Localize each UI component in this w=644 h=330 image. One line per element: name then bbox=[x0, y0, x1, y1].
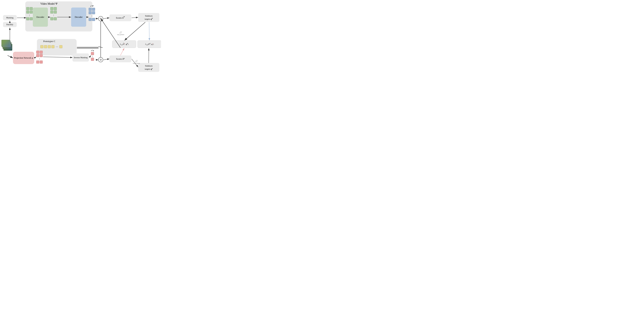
stop-gradient-top: ╱╱ stop gradient bbox=[115, 32, 126, 36]
cube-blue-1 bbox=[89, 8, 92, 11]
svg-line-11 bbox=[104, 18, 110, 19]
cube-green-5 bbox=[26, 17, 29, 20]
mid-cubes-group: ⋮ bbox=[50, 7, 57, 20]
inverse-masking-box: Inverse Masking bbox=[72, 53, 89, 62]
cube-green-3 bbox=[26, 11, 29, 14]
cube-green-6 bbox=[30, 17, 33, 20]
sinkhorn-psi-box: Sinkhorntargets qΨ bbox=[138, 13, 159, 22]
phi-output-cubes: x^φ ⋮ bbox=[91, 49, 94, 61]
prototype-cubes: ⋯ bbox=[40, 45, 62, 48]
cube-blue-2 bbox=[92, 8, 95, 11]
prototypes-label: Prototypes C bbox=[43, 40, 55, 43]
cube-mid-3 bbox=[50, 11, 53, 14]
sinkhorn-phi-box: Sinkhorntargets qφ bbox=[138, 63, 159, 72]
hadamard-top: ⊙ bbox=[98, 16, 103, 21]
cube-blue-3 bbox=[89, 11, 92, 14]
cube-green-2 bbox=[30, 7, 33, 10]
patchify-box: Patchify bbox=[3, 22, 17, 27]
svg-line-25 bbox=[104, 59, 110, 60]
cube-green-1 bbox=[26, 7, 29, 10]
loss-phi-box: ℒCE(x̃φ, qΨ) bbox=[112, 40, 136, 48]
stop-gradient-bottom: ╱╱ stop gradient bbox=[131, 60, 142, 64]
svg-line-13 bbox=[124, 22, 145, 40]
svg-line-14 bbox=[149, 22, 149, 40]
output-psi-cubes-group: x^Ψ ⋮ bbox=[89, 5, 95, 21]
cube-blue-6 bbox=[92, 18, 95, 21]
masking-box: Masking bbox=[3, 15, 17, 20]
diagram: Video Model Ψ Encoder Decoder Masking Pa… bbox=[0, 0, 161, 83]
svg-line-12 bbox=[132, 18, 138, 18]
scores-phi-box: Scores x̃φ bbox=[110, 56, 131, 62]
input-cubes-group: ⋮ bbox=[26, 7, 33, 20]
cube-mid-1 bbox=[50, 7, 53, 10]
video-frames bbox=[1, 40, 12, 55]
cube-mid-2 bbox=[54, 7, 57, 10]
svg-line-21 bbox=[34, 57, 36, 58]
svg-line-17 bbox=[98, 47, 102, 48]
encoder-box: Encoder bbox=[33, 8, 48, 27]
svg-line-22 bbox=[43, 57, 72, 58]
phi-pre-cubes: ⋮ bbox=[36, 51, 43, 64]
cube-blue-4 bbox=[92, 11, 95, 14]
scores-psi-box: Scores x̃Ψ bbox=[110, 14, 131, 21]
cube-mid-5 bbox=[50, 17, 53, 20]
cube-mid-6 bbox=[54, 17, 57, 20]
hadamard-bottom: ⊙ bbox=[98, 57, 103, 62]
svg-line-20 bbox=[8, 56, 13, 58]
svg-line-18 bbox=[120, 48, 124, 56]
loss-psi-box: ℒCE(x̃Ψ, qφ) bbox=[138, 40, 161, 48]
projection-network-box: Projection Network φ bbox=[13, 52, 34, 64]
cube-mid-4 bbox=[54, 11, 57, 14]
cube-blue-5 bbox=[89, 18, 92, 21]
video-model-label: Video Model Ψ bbox=[40, 2, 58, 5]
decoder-box: Decoder bbox=[71, 8, 86, 27]
svg-line-23 bbox=[89, 56, 91, 58]
cube-green-4 bbox=[30, 11, 33, 14]
